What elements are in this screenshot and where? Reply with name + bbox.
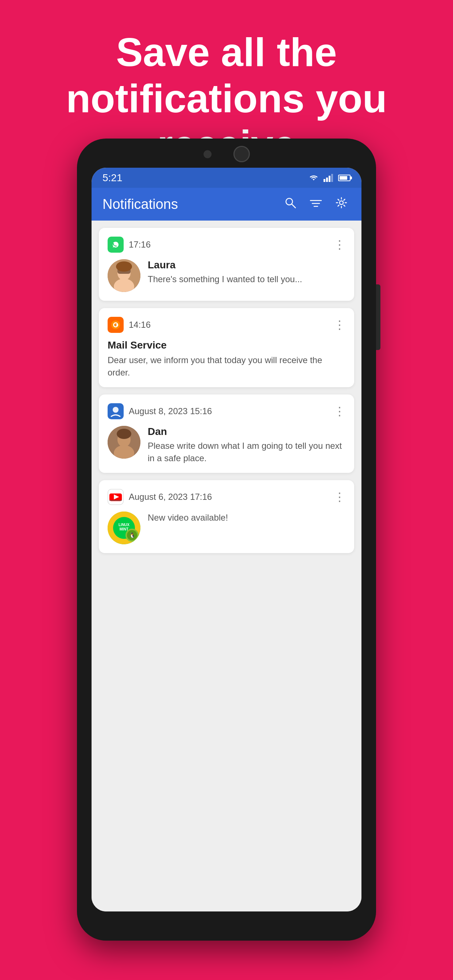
more-options-2[interactable]: ⋮ [334, 318, 345, 332]
notification-card-mail[interactable]: 14:16 ⋮ Mail Service Dear user, we infor… [99, 308, 354, 387]
youtube-thumbnail: LINUX MINT 🐧 [108, 512, 140, 544]
wifi-icon [308, 174, 319, 182]
notif-time-2: 14:16 [129, 320, 151, 330]
notif-body-4: LINUX MINT 🐧 New video available! [108, 512, 345, 544]
battery-icon [338, 175, 351, 181]
notif-app-info-3: August 8, 2023 15:16 [108, 403, 212, 419]
svg-point-21 [113, 407, 118, 413]
mail-app-icon [108, 317, 124, 333]
notif-service-name-2: Mail Service [108, 339, 345, 351]
status-time: 5:21 [102, 172, 123, 184]
phone-body: 5:21 [77, 138, 376, 940]
more-options-1[interactable]: ⋮ [334, 238, 345, 251]
svg-rect-2 [329, 176, 330, 182]
youtube-app-icon [108, 489, 124, 505]
notif-body-3: Dan Please write down what I am going to… [108, 426, 345, 464]
hero-line1: Save all the [7, 29, 446, 75]
avatar-dan [108, 426, 140, 459]
svg-rect-19 [116, 324, 118, 326]
notif-sender-1: Laura [148, 259, 345, 271]
svg-rect-3 [331, 174, 333, 182]
phone-camera-area [77, 146, 376, 162]
notif-header-1: 17:16 ⋮ [108, 237, 345, 253]
status-icons [308, 174, 351, 182]
more-options-3[interactable]: ⋮ [334, 404, 345, 418]
notification-card-youtube[interactable]: August 6, 2023 17:16 ⋮ LINUX MINT [99, 480, 354, 553]
notif-content-2: Mail Service Dear user, we inform you th… [108, 339, 345, 379]
phone-screen: 5:21 [91, 168, 362, 912]
phone-side-button [376, 285, 380, 350]
app-bar: Notifications [91, 188, 362, 221]
svg-rect-0 [324, 179, 325, 182]
notif-header-4: August 6, 2023 17:16 ⋮ [108, 489, 345, 505]
notif-time-4: August 6, 2023 17:16 [129, 492, 212, 502]
status-bar: 5:21 [91, 168, 362, 188]
front-camera-lens [233, 146, 250, 162]
notif-time-3: August 8, 2023 15:16 [129, 406, 212, 416]
notification-card-signal[interactable]: August 8, 2023 15:16 ⋮ [99, 395, 354, 473]
notif-message-4: New video available! [148, 512, 345, 524]
notif-content-3: Dan Please write down what I am going to… [148, 426, 345, 464]
svg-rect-1 [326, 178, 328, 182]
svg-line-5 [292, 204, 295, 208]
svg-point-25 [117, 429, 131, 439]
more-options-4[interactable]: ⋮ [334, 490, 345, 504]
svg-point-9 [340, 201, 343, 205]
app-title: Notifications [102, 197, 274, 212]
front-camera-dot [204, 150, 212, 158]
notif-app-info-1: 17:16 [108, 237, 151, 253]
svg-text:🐧: 🐧 [129, 532, 136, 538]
filter-icon[interactable] [307, 194, 325, 215]
svg-text:LINUX: LINUX [118, 523, 129, 527]
notif-message-3: Please write down what I am going to tel… [148, 440, 345, 464]
notif-header-2: 14:16 ⋮ [108, 317, 345, 333]
notification-card-whatsapp[interactable]: 17:16 ⋮ [99, 228, 354, 301]
search-icon[interactable] [281, 194, 300, 215]
notif-body-1: Laura There's something I wanted to tell… [108, 259, 345, 292]
signal-app-icon [108, 403, 124, 419]
notif-content-4: New video available! [148, 512, 345, 524]
notif-time-1: 17:16 [129, 240, 151, 250]
notif-sender-3: Dan [148, 426, 345, 438]
settings-icon[interactable] [332, 194, 351, 215]
notif-content-1: Laura There's something I wanted to tell… [148, 259, 345, 285]
notif-app-info-4: August 6, 2023 17:16 [108, 489, 212, 505]
notif-header-3: August 8, 2023 15:16 ⋮ [108, 403, 345, 419]
notif-message-2: Dear user, we inform you that today you … [108, 354, 345, 379]
notif-app-info-2: 14:16 [108, 317, 151, 333]
notifications-list: 17:16 ⋮ [91, 221, 362, 912]
whatsapp-app-icon [108, 237, 124, 253]
svg-text:MINT: MINT [120, 527, 128, 531]
signal-icon [324, 174, 334, 182]
notif-message-1: There's something I wanted to tell you..… [148, 273, 345, 285]
phone-device: 5:21 [77, 138, 376, 940]
svg-point-15 [116, 261, 132, 272]
avatar-laura [108, 259, 140, 292]
